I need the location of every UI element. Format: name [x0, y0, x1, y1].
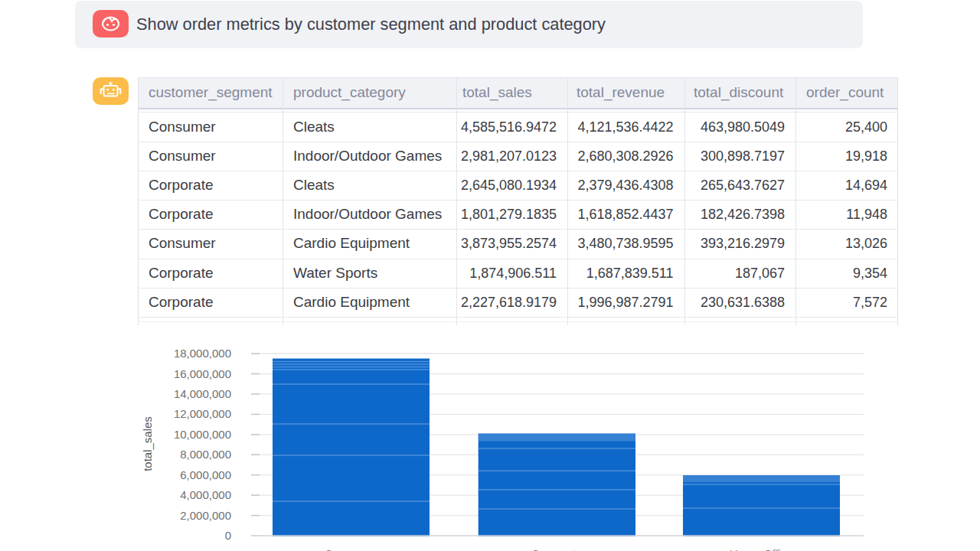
svg-text:18,000,000: 18,000,000	[174, 347, 231, 360]
svg-text:14,000,000: 14,000,000	[174, 387, 231, 400]
svg-text:0: 0	[225, 529, 231, 542]
svg-text:12,000,000: 12,000,000	[174, 407, 231, 420]
svg-text:Consumer: Consumer	[325, 547, 377, 551]
svg-text:Home Office: Home Office	[730, 547, 793, 551]
svg-text:Corporate: Corporate	[531, 547, 583, 551]
svg-text:total_sales: total_sales	[141, 416, 154, 471]
svg-text:2,000,000: 2,000,000	[180, 509, 231, 522]
svg-text:4,000,000: 4,000,000	[180, 488, 231, 501]
svg-text:16,000,000: 16,000,000	[174, 367, 231, 380]
svg-text:8,000,000: 8,000,000	[180, 448, 231, 461]
svg-text:10,000,000: 10,000,000	[174, 428, 231, 441]
svg-text:6,000,000: 6,000,000	[180, 468, 231, 481]
